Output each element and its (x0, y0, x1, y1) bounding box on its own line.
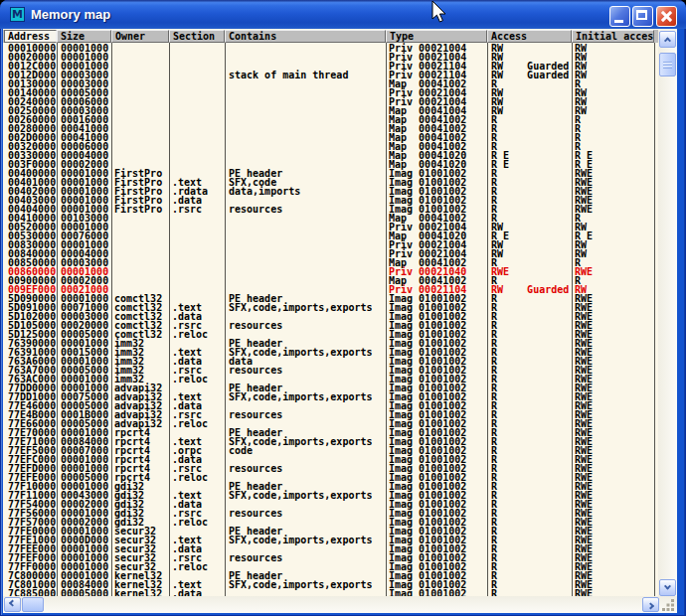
window-title: Memory map (31, 7, 110, 22)
cell-section: .reloc (172, 562, 208, 571)
titlebar[interactable]: M Memory map (0, 0, 686, 29)
column-header-size[interactable]: Size (57, 30, 111, 43)
close-button[interactable] (656, 6, 677, 27)
vertical-scroll-thumb[interactable] (659, 53, 676, 77)
column-header-type[interactable]: Type (386, 30, 487, 43)
cell-section: .data (172, 589, 202, 596)
cell-access: RW Guarded (491, 71, 569, 79)
memory-map-window: M Memory map Address Size Owner Section … (0, 0, 686, 616)
cell-contains: stack of main thread (229, 71, 348, 79)
cell-section: .reloc (172, 419, 208, 428)
cell-initial-access: RWE (575, 589, 593, 596)
column-header-initial-access[interactable]: Initial access (572, 30, 654, 43)
cell-contains: SFX,code,imports,exports (229, 303, 373, 312)
table-header: Address Size Owner Section Contains Type… (3, 30, 658, 43)
vertical-scrollbar[interactable] (658, 31, 677, 597)
cell-type: Imag 01001002 (389, 589, 466, 596)
scroll-up-button[interactable] (659, 31, 676, 48)
cell-contains: SFX,code,imports,exports (229, 536, 373, 544)
cell-contains: resources (229, 553, 282, 562)
cell-contains: resources (229, 464, 282, 473)
cell-contains: data,imports (229, 187, 300, 196)
cell-access: R (491, 589, 497, 596)
memory-map-table: Address Size Owner Section Contains Type… (3, 29, 677, 613)
app-icon[interactable]: M (10, 7, 25, 22)
cell-contains: resources (229, 509, 282, 518)
column-header-owner[interactable]: Owner (111, 30, 169, 43)
scroll-left-button[interactable] (4, 597, 21, 612)
cell-size: 00005000 (61, 589, 108, 596)
cell-contains: SFX,code,imports,exports (229, 580, 373, 589)
cell-contains: resources (229, 205, 282, 214)
chevron-left-icon (9, 600, 16, 607)
cell-address: 7C885000 (8, 589, 56, 596)
cell-section: .reloc (172, 330, 208, 339)
table-row[interactable]: 7C88500000005000kernel32.dataImag 010010… (3, 589, 654, 596)
cell-contains: resources (229, 321, 282, 330)
cell-contains: SFX,code,imports,exports (229, 491, 373, 500)
scroll-right-button[interactable] (642, 597, 659, 612)
cell-section: .reloc (172, 518, 208, 527)
horizontal-scroll-thumb[interactable] (22, 597, 44, 612)
cell-section: .reloc (172, 473, 208, 482)
column-header-section[interactable]: Section (169, 30, 225, 43)
cell-section: .rsrc (172, 205, 202, 214)
horizontal-scrollbar[interactable] (3, 596, 677, 613)
chevron-down-icon (664, 583, 671, 590)
column-header-address[interactable]: Address (4, 30, 57, 43)
scroll-down-button[interactable] (659, 579, 676, 596)
resize-grip-icon[interactable] (662, 599, 675, 612)
mouse-cursor-icon (431, 1, 449, 27)
column-header-access[interactable]: Access (487, 30, 572, 43)
cell-contains: resources (229, 366, 282, 375)
column-header-contains[interactable]: Contains (225, 30, 386, 43)
minimize-button[interactable] (609, 6, 630, 27)
cell-owner: kernel32 (114, 589, 162, 596)
cell-contains: code (229, 446, 253, 455)
cell-owner: FirstPro (114, 205, 162, 214)
chevron-up-icon (664, 37, 671, 44)
maximize-button[interactable] (632, 6, 653, 27)
column-separator (654, 43, 655, 596)
cell-contains: resources (229, 410, 282, 419)
cell-access: RW Guarded (491, 285, 569, 294)
table-body: 0001000000001000Priv 00021004RWRW0002000… (3, 43, 658, 596)
cell-section: .reloc (172, 375, 208, 384)
cell-contains: SFX,code,imports,exports (229, 392, 373, 401)
chevron-right-icon (647, 602, 654, 609)
